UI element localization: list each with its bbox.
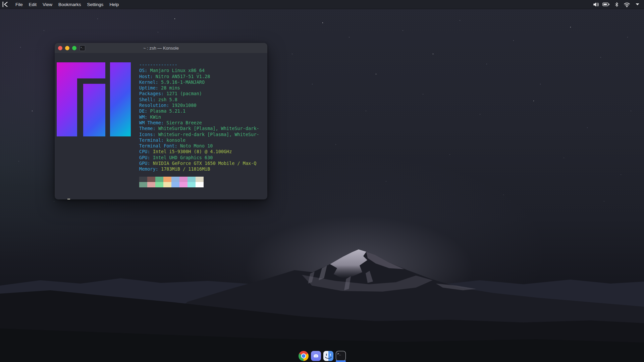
neofetch-line: Packages: 1271 (pacman) (139, 91, 259, 97)
neofetch-line: Resolution: 644x362 (139, 103, 259, 108)
wifi-icon[interactable] (623, 0, 631, 8)
terminal-body[interactable]: --------------OS: Manjaro Linux x86_64Ho… (55, 53, 267, 199)
menu-items: FileEditViewBookmarksSettingsHelp (12, 0, 122, 9)
neofetch-line: OS: Manjaro Linux x86_64 (139, 68, 259, 73)
maximize-button[interactable] (72, 46, 76, 50)
close-button[interactable] (58, 46, 62, 50)
palette-row1 (139, 177, 204, 182)
palette-swatch (163, 177, 171, 182)
neofetch-line: Terminal Font: Noto Mono 10 (139, 143, 259, 149)
menu-item-settings[interactable]: Settings (84, 0, 107, 9)
menu-item-file[interactable]: File (12, 0, 26, 9)
palette-swatch (187, 177, 196, 182)
bluetooth-icon[interactable] (612, 0, 621, 8)
neofetch-line: WM: KWin (139, 114, 259, 120)
terminal-color-palette (139, 177, 204, 187)
palette-swatch (139, 177, 147, 182)
active-app-indicator (336, 360, 346, 362)
neofetch-line: GPU: Intel UHD Graphics 630 (139, 155, 259, 161)
minimize-button[interactable] (65, 46, 69, 50)
system-tray (592, 0, 644, 9)
neofetch-line: Shell: zsh 5.8 (139, 97, 259, 103)
menu-item-bookmarks[interactable]: Bookmarks (55, 0, 84, 9)
palette-swatch (171, 177, 179, 182)
konsole-window: >_ ~ : zsh — Konsole --------------OS: M… (55, 43, 267, 199)
neofetch-line: DE: Plasma 5.21.1 (139, 108, 259, 114)
palette-swatch (171, 182, 179, 187)
palette-swatch (147, 182, 155, 187)
palette-swatch (179, 177, 187, 182)
neofetch-line: GPU: NVIDIA GeForce GTX 1650 Mobile / Ma… (139, 161, 259, 166)
neofetch-line: Host: Nitro AN517-51 V1.28 (139, 74, 259, 79)
neofetch-line: Memory: 1783MiB / 11816MiB (139, 166, 259, 172)
neofetch-line: Uptime: 28 mins (139, 85, 259, 91)
dock-item-terminal-icon[interactable]: >_ (335, 351, 346, 361)
neofetch-line: Theme: WhiteSurDark [Plasma], WhiteSur-d… (139, 126, 259, 131)
palette-swatch (196, 182, 204, 187)
palette-swatch (187, 182, 196, 187)
shell-prompt: → ~ (56, 198, 70, 199)
neofetch-line: CPU: Intel i5-9300H (8) @ 4.100GHz (139, 149, 259, 155)
palette-swatch (179, 182, 187, 187)
neofetch-line: Icons: WhiteSur-red-dark [Plasma], White… (139, 132, 259, 137)
prompt-path: ~ (63, 199, 65, 200)
palette-swatch (147, 177, 155, 182)
manjaro-logo (57, 62, 131, 136)
window-controls (55, 46, 76, 50)
neofetch-line: -------------- (139, 62, 259, 68)
window-titlebar[interactable]: >_ ~ : zsh — Konsole (55, 43, 267, 53)
dock-item-discord-icon[interactable] (311, 351, 321, 361)
palette-row2 (139, 182, 204, 187)
palette-swatch (155, 177, 163, 182)
palette-swatch (139, 182, 147, 187)
neofetch-line: WM Theme: Sierra Breeze (139, 120, 259, 126)
terminal-cursor (67, 199, 70, 199)
neofetch-output: --------------OS: Manjaro Linux x86_64Ho… (139, 62, 259, 172)
neofetch-line: Kernel: 5.9.16-1-MANJARO (139, 79, 259, 85)
battery-icon[interactable] (602, 0, 610, 8)
dock-item-chrome-icon[interactable] (298, 351, 309, 361)
neofetch-line: Terminal: konsole (139, 137, 259, 143)
app-menu-icon[interactable] (1, 0, 10, 9)
caret-down-icon[interactable] (633, 0, 641, 8)
konsole-app-icon: >_ (79, 45, 85, 51)
palette-swatch (163, 182, 171, 187)
window-title: ~ : zsh — Konsole (55, 46, 267, 51)
dock-item-file-manager-icon[interactable] (323, 351, 333, 361)
menu-item-edit[interactable]: Edit (26, 0, 40, 9)
palette-swatch (196, 177, 204, 182)
dock: >_ (296, 351, 348, 362)
volume-icon[interactable] (592, 0, 600, 8)
global-menu-bar: FileEditViewBookmarksSettingsHelp (0, 0, 644, 9)
menu-item-view[interactable]: View (40, 0, 55, 9)
palette-swatch (155, 182, 163, 187)
menu-item-help[interactable]: Help (106, 0, 122, 9)
